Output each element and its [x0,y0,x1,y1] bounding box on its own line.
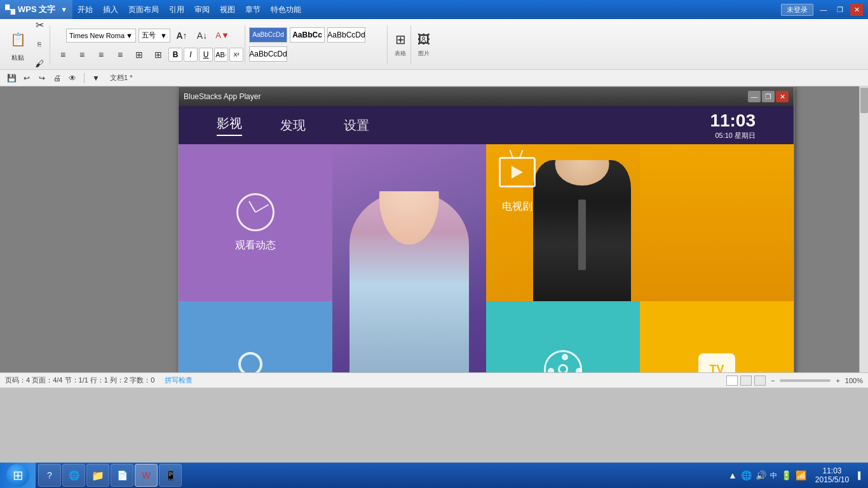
bold-button[interactable]: B [168,48,182,62]
taskbar-app-wps-writer[interactable]: 📄 [111,464,133,487]
menu-start[interactable]: 开始 [72,0,98,19]
souhu-tv-icon: TV [698,353,735,372]
taskbar-clock[interactable]: 11:03 2015/5/10 [810,466,854,484]
tray-battery[interactable]: 🔋 [781,470,792,480]
zoom-slider[interactable] [780,379,831,382]
redo-button[interactable]: ↪ [36,72,48,85]
bs-nav-settings[interactable]: 设置 [344,117,369,134]
view-web-button[interactable] [754,376,766,386]
menu-special[interactable]: 特色功能 [266,0,306,19]
outdent-button[interactable]: ⊞ [149,46,167,64]
tv-drama-tie [578,200,586,270]
bs-nav-movies[interactable]: 影视 [217,115,242,136]
underline-button[interactable]: U [199,48,213,62]
search-circle [238,352,262,373]
tv-drama-icon-area: 电视剧 [499,157,536,214]
print-preview-button[interactable]: 👁 [66,72,79,85]
style-preview-2[interactable]: AaBbCc [290,27,325,43]
font-name-selector[interactable]: Times New Roma ▼ [66,29,136,43]
view-outline-button[interactable] [740,376,752,386]
menu-reference[interactable]: 引用 [164,0,189,19]
font-group: Times New Roma ▼ 五号 ▼ A↑ A↓ A▼ ≡ ≡ ≡ ≡ ⊞… [53,25,245,64]
font-size-selector[interactable]: 五号 ▼ [139,29,170,43]
view-page-button[interactable] [726,376,738,386]
system-tray: ▲ 🌐 🔊 中 🔋 📶 11:03 2015/5/10 ▌ [723,463,868,488]
insert-image-button[interactable]: 🖼 [415,30,433,48]
bs-clock: 11:03 05:10 星期日 [710,111,756,140]
wps-scrollbar[interactable] [859,86,868,372]
bs-restore-button[interactable]: ❐ [762,91,775,102]
wps-app-toggle[interactable]: ▼ [60,6,67,13]
align-right-button[interactable]: ≡ [92,46,110,64]
taskbar-app-explorer[interactable]: 📁 [86,464,109,487]
copy-button[interactable]: ⎘ [31,36,48,53]
start-button[interactable]: ⊞ [0,463,36,488]
bs-minimize-button[interactable]: — [748,91,761,102]
grid-cell-tv-drama[interactable]: 电视剧 [486,144,640,301]
grid-cell-souhu[interactable]: TV 搜狐TV [640,301,794,372]
grid-cell-watch[interactable]: 观看动态 [179,144,332,301]
style-preview-4[interactable]: AaBbCcDd [249,46,287,62]
svg-point-3 [562,354,568,360]
tray-arrow[interactable]: ▲ [728,470,737,480]
style-preview-3[interactable]: AaBbCcDd [327,27,365,43]
tray-sound[interactable]: 🔊 [756,470,766,480]
tray-network[interactable]: 🌐 [741,470,752,480]
close-button[interactable]: ✕ [850,3,863,16]
font-shrink-button[interactable]: A↓ [193,27,211,44]
login-button[interactable]: 未登录 [781,4,813,16]
align-center-button[interactable]: ≡ [73,46,91,64]
clock-hour-hand [248,201,256,212]
menu-view[interactable]: 视图 [215,0,240,19]
undo-button[interactable]: ↩ [20,72,33,85]
grid-cell-search[interactable]: 搜索 [179,301,332,372]
menu-insert[interactable]: 插入 [98,0,123,19]
bs-nav-discover[interactable]: 发现 [280,117,306,134]
film-dots-svg [546,352,584,372]
scroll-thumb[interactable] [860,88,868,113]
align-left-button[interactable]: ≡ [54,46,72,64]
menu-review[interactable]: 审阅 [189,0,215,19]
tray-show-desktop[interactable]: ▌ [858,471,863,479]
font-color-button[interactable]: A▼ [214,27,231,44]
clock-icon [236,193,275,231]
taskbar-app-browser[interactable]: 🌐 [62,464,85,487]
insert-image-label: 图片 [418,50,430,58]
indent-button[interactable]: ⊞ [130,46,148,64]
menu-section[interactable]: 章节 [240,0,266,19]
tv-drama-label: 电视剧 [502,200,532,214]
font-grow-button[interactable]: A↑ [173,27,191,44]
grid-cell-center[interactable]: 电视台 [332,144,486,372]
wps-logo-area[interactable]: WPS 文字 ▼ [0,0,72,19]
menu-page-layout[interactable]: 页面布局 [123,0,164,19]
tray-input[interactable]: 中 [770,471,777,480]
quick-toolbar-more[interactable]: ▼ [90,72,102,85]
paste-button[interactable]: 📋 [6,27,29,52]
taskbar-app-wps[interactable]: W [135,464,158,487]
status-spell[interactable]: 拼写检查 [165,376,193,385]
format-painter[interactable]: 🖌 [31,55,48,72]
restore-button[interactable]: ❐ [834,3,846,16]
bs-close-button[interactable]: ✕ [776,91,789,102]
zoom-minus[interactable]: − [771,377,775,384]
zoom-plus[interactable]: + [836,377,839,384]
wps-ribbon: 📋 粘贴 ✂ ⎘ 🖌 Times New Roma ▼ 五号 ▼ A↑ A↓ A… [0,19,868,70]
italic-button[interactable]: I [184,48,198,62]
bluestacks-controls: — ❐ ✕ [748,91,789,102]
quick-toolbar: 💾 ↩ ↪ 🖨 👁 ▼ 文档1 * [0,70,868,86]
style-preview-1[interactable]: AaBbCcDd [249,27,287,43]
taskbar-app-bluestacks[interactable]: 📱 [159,464,182,487]
grid-cell-right-green[interactable] [640,144,794,301]
taskbar-app-help[interactable]: ? [38,464,61,487]
strikethrough-button[interactable]: AB· [214,48,228,62]
tray-wireless[interactable]: 📶 [796,470,806,480]
superscript-button[interactable]: X² [229,48,243,62]
tv-drama-tv-icon [499,157,536,187]
minimize-button[interactable]: — [817,3,830,16]
justify-button[interactable]: ≡ [111,46,129,64]
tv-drama-figure [525,160,641,301]
insert-table-button[interactable]: ⊞ [391,30,409,48]
grid-cell-movie[interactable]: 电影 [486,301,640,372]
save-button[interactable]: 💾 [5,72,18,85]
print-button[interactable]: 🖨 [51,72,64,85]
